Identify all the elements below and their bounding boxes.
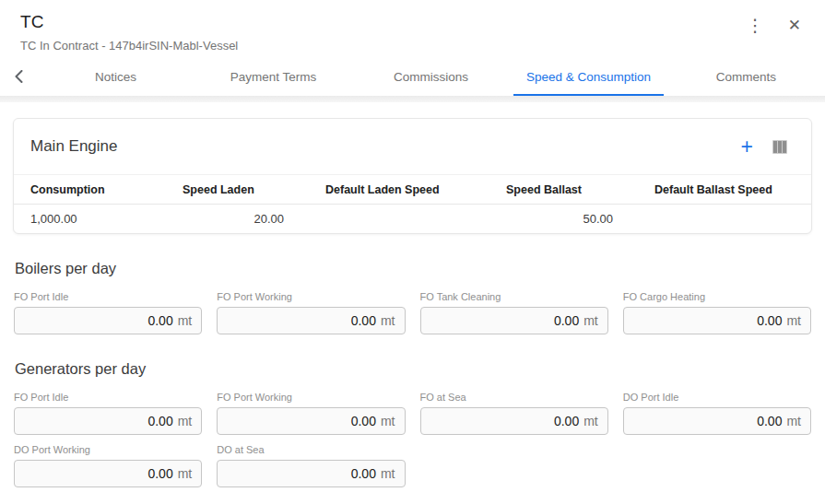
- gen-fo-port-idle-input[interactable]: 0.00 mt: [14, 407, 202, 435]
- generators-fields: FO Port Idle 0.00 mt FO Port Working 0.0…: [13, 392, 812, 487]
- gen-do-at-sea-input[interactable]: 0.00 mt: [217, 460, 405, 487]
- add-row-icon[interactable]: +: [741, 136, 753, 158]
- field-unit: mt: [583, 313, 598, 328]
- tab-label: Payment Terms: [230, 70, 317, 84]
- field-label: FO Port Working: [217, 291, 405, 302]
- main-engine-header: Main Engine +: [14, 119, 811, 174]
- page-title: TC: [20, 12, 805, 32]
- field-generators-do-at-sea: DO at Sea 0.00 mt: [217, 444, 405, 487]
- tab-label: Commissions: [394, 70, 468, 84]
- field-value: 0.00: [554, 414, 579, 428]
- gen-fo-at-sea-input[interactable]: 0.00 mt: [420, 407, 608, 435]
- main-engine-table-row[interactable]: 1,000.00 20.00 50.00: [14, 205, 811, 233]
- field-value: 0.00: [351, 313, 376, 328]
- field-value: 0.00: [147, 466, 172, 481]
- field-boilers-fo-tank-cleaning: FO Tank Cleaning 0.00 mt: [420, 291, 608, 334]
- field-unit: mt: [381, 313, 395, 328]
- tab-bar: Notices Payment Terms Commissions Speed …: [0, 57, 825, 96]
- field-boilers-fo-cargo-heating: FO Cargo Heating 0.00 mt: [623, 291, 811, 334]
- field-boilers-fo-port-idle: FO Port Idle 0.00 mt: [14, 291, 202, 334]
- col-header-consumption: Consumption: [30, 183, 183, 196]
- field-unit: mt: [786, 414, 801, 428]
- tab-notices[interactable]: Notices: [37, 57, 194, 96]
- field-unit: mt: [381, 466, 395, 481]
- field-label: DO Port Working: [14, 444, 202, 455]
- field-label: DO Port Idle: [623, 392, 811, 403]
- cell-speed-laden: 20.00: [183, 212, 325, 226]
- tab-label: Notices: [95, 70, 136, 84]
- field-label: FO Port Working: [217, 392, 405, 403]
- field-value: 0.00: [351, 466, 376, 481]
- cell-speed-ballast: 50.00: [506, 212, 654, 226]
- field-value: 0.00: [351, 414, 376, 428]
- field-value: 0.00: [554, 313, 579, 328]
- boilers-fields: FO Port Idle 0.00 mt FO Port Working 0.0…: [13, 291, 812, 334]
- active-tab-underline: [513, 94, 664, 96]
- field-value: 0.00: [147, 313, 172, 328]
- field-generators-fo-port-working: FO Port Working 0.00 mt: [217, 392, 405, 435]
- chevron-left-icon[interactable]: [0, 57, 37, 96]
- kebab-menu-icon[interactable]: ⋮: [747, 17, 764, 34]
- tab-payment-terms[interactable]: Payment Terms: [194, 57, 352, 96]
- main-engine-actions: +: [741, 136, 787, 158]
- fo-port-working-input[interactable]: 0.00 mt: [217, 307, 405, 334]
- field-value: 0.00: [757, 414, 782, 428]
- field-generators-fo-port-idle: FO Port Idle 0.00 mt: [14, 392, 202, 435]
- fo-port-idle-input[interactable]: 0.00 mt: [14, 307, 202, 334]
- col-header-default-ballast-speed: Default Ballast Speed: [654, 183, 795, 196]
- tab-commissions[interactable]: Commissions: [352, 57, 510, 96]
- cell-consumption: 1,000.00: [30, 212, 183, 226]
- tab-speed-consumption[interactable]: Speed & Consumption: [510, 57, 667, 96]
- field-boilers-fo-port-working: FO Port Working 0.00 mt: [217, 291, 405, 334]
- main-engine-card: Main Engine + Consumption Speed Laden De…: [13, 118, 812, 234]
- columns-icon[interactable]: [772, 140, 787, 154]
- field-generators-fo-at-sea: FO at Sea 0.00 mt: [420, 392, 608, 435]
- field-label: DO at Sea: [217, 444, 405, 455]
- fo-cargo-heating-input[interactable]: 0.00 mt: [623, 307, 811, 334]
- col-header-speed-ballast: Speed Ballast: [506, 183, 654, 196]
- field-label: FO Cargo Heating: [623, 291, 811, 302]
- col-header-speed-laden: Speed Laden: [183, 183, 325, 196]
- field-value: 0.00: [147, 414, 172, 428]
- generators-section-title: Generators per day: [15, 360, 810, 378]
- col-header-default-laden-speed: Default Laden Speed: [325, 183, 506, 196]
- dialog-header: TC TC In Contract - 147b4irSIN-Mabl-Vess…: [0, 0, 825, 57]
- close-icon[interactable]: ✕: [788, 18, 801, 33]
- field-unit: mt: [381, 414, 395, 428]
- tab-comments[interactable]: Comments: [667, 57, 825, 96]
- tabbar-shadow: [0, 96, 825, 102]
- main-engine-title: Main Engine: [30, 137, 118, 156]
- columns-bar: [778, 141, 782, 153]
- field-unit: mt: [178, 313, 193, 328]
- field-label: FO at Sea: [420, 392, 608, 403]
- field-value: 0.00: [757, 313, 782, 328]
- tab-label: Comments: [716, 70, 776, 84]
- field-generators-do-port-working: DO Port Working 0.00 mt: [14, 444, 202, 487]
- fo-tank-cleaning-input[interactable]: 0.00 mt: [420, 307, 608, 334]
- main-engine-table-header: Consumption Speed Laden Default Laden Sp…: [14, 174, 811, 205]
- field-label: FO Tank Cleaning: [420, 291, 608, 302]
- field-unit: mt: [178, 466, 193, 481]
- field-label: FO Port Idle: [14, 291, 202, 302]
- gen-do-port-idle-input[interactable]: 0.00 mt: [623, 407, 811, 435]
- header-actions: ⋮ ✕: [747, 17, 801, 34]
- chevron-left-glyph: [15, 70, 23, 83]
- field-unit: mt: [786, 313, 801, 328]
- gen-fo-port-working-input[interactable]: 0.00 mt: [217, 407, 405, 435]
- gen-do-port-working-input[interactable]: 0.00 mt: [14, 460, 202, 487]
- tab-label: Speed & Consumption: [526, 70, 651, 84]
- columns-bar: [773, 141, 777, 153]
- field-unit: mt: [583, 414, 598, 428]
- boilers-section-title: Boilers per day: [15, 260, 810, 277]
- field-unit: mt: [178, 414, 193, 428]
- field-label: FO Port Idle: [14, 392, 202, 403]
- page-subtitle: TC In Contract - 147b4irSIN-Mabl-Vessel: [20, 39, 805, 53]
- field-generators-do-port-idle: DO Port Idle 0.00 mt: [623, 392, 811, 435]
- speed-consumption-panel: Main Engine + Consumption Speed Laden De…: [0, 102, 825, 487]
- columns-bar: [783, 141, 786, 153]
